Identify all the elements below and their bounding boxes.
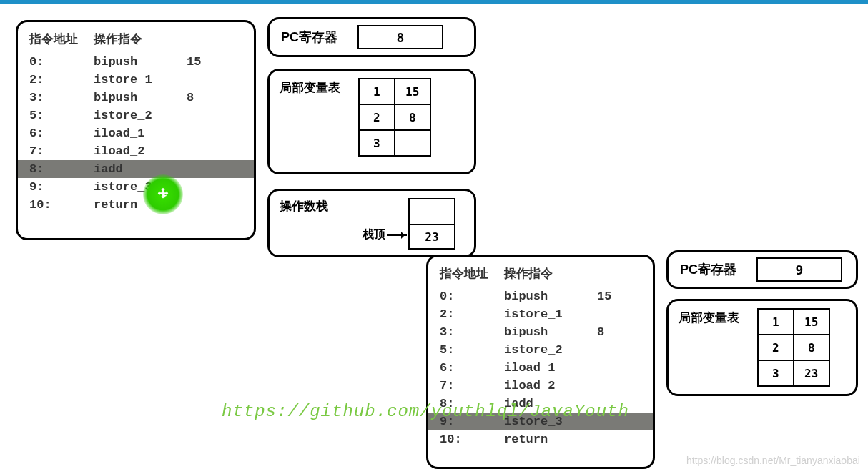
instruction-arg: 8 [187, 89, 215, 107]
local-var-value: 15 [395, 79, 430, 104]
local-vars-panel-1: 局部变量表 115283 [267, 69, 476, 174]
instruction-row: 2:istore_1 [428, 305, 653, 323]
local-var-value: 23 [794, 360, 829, 386]
instruction-op: istore_3 [504, 413, 597, 430]
instruction-row: 5:istore_2 [428, 341, 653, 359]
instruction-arg [597, 430, 626, 448]
instruction-row: 7:iload_2 [18, 142, 254, 160]
operand-stack-box-1: 23 [408, 198, 455, 250]
operand-stack-cell: 23 [410, 224, 454, 248]
instruction-list-panel-1: 指令地址 操作指令 0:bipush152:istore_13:bipush85… [16, 20, 256, 240]
instruction-addr: 2: [29, 71, 94, 89]
instruction-op: bipush [94, 89, 187, 107]
instruction-addr: 3: [29, 89, 94, 107]
pc-register-label: PC寄存器 [281, 29, 337, 46]
instruction-arg: 15 [597, 287, 626, 305]
instruction-addr: 2: [440, 305, 504, 323]
local-var-index: 2 [758, 335, 794, 360]
instruction-arg [187, 107, 215, 124]
move-cursor-icon [155, 187, 171, 202]
local-var-index: 2 [359, 104, 395, 130]
operand-stack-label: 操作数栈 [280, 198, 328, 214]
operand-stack-panel-1: 操作数栈 23 栈顶 [267, 189, 476, 257]
instruction-addr: 7: [29, 142, 94, 160]
local-var-row: 323 [758, 360, 829, 386]
instruction-row: 0:bipush15 [428, 287, 653, 305]
instruction-op: bipush [504, 287, 597, 305]
instruction-op: istore_1 [94, 71, 187, 89]
instruction-op: iload_1 [504, 359, 597, 377]
instruction-row: 10:return [18, 196, 254, 214]
instruction-arg [187, 178, 215, 196]
instruction-list-headers: 指令地址 操作指令 [428, 265, 653, 287]
local-var-row: 28 [758, 335, 829, 360]
instruction-arg [597, 413, 626, 430]
instruction-addr: 0: [29, 53, 94, 71]
instruction-op: return [504, 430, 597, 448]
cursor-highlight-icon [143, 174, 183, 214]
instruction-row: 5:istore_2 [18, 107, 254, 124]
instruction-row: 2:istore_1 [18, 71, 254, 89]
instruction-arg [187, 196, 215, 214]
instruction-rows-2: 0:bipush152:istore_13:bipush85:istore_26… [428, 287, 653, 448]
instruction-addr: 9: [29, 178, 94, 196]
instruction-arg [187, 160, 215, 178]
instruction-arg [597, 359, 626, 377]
instruction-row: 3:bipush8 [18, 89, 254, 107]
local-vars-label: 局部变量表 [679, 310, 739, 326]
pc-register-panel-2: PC寄存器 9 [666, 250, 858, 289]
local-vars-panel-2: 局部变量表 11528323 [666, 299, 858, 396]
instruction-op: iadd [504, 395, 597, 413]
pc-register-value: 8 [357, 25, 443, 49]
stack-top-pointer-1: 栈顶 [363, 227, 407, 242]
operand-stack-cell [410, 199, 454, 224]
instruction-arg [597, 305, 626, 323]
local-var-row: 3 [359, 130, 430, 156]
instruction-addr: 5: [29, 107, 94, 124]
stack-top-label: 栈顶 [363, 227, 385, 242]
local-var-value: 15 [794, 309, 829, 335]
instruction-list-panel-2: 指令地址 操作指令 0:bipush152:istore_13:bipush85… [426, 255, 655, 469]
instruction-op: bipush [504, 323, 597, 341]
col-header-address: 指令地址 [440, 265, 504, 282]
instruction-addr: 8: [440, 395, 504, 413]
local-var-row: 28 [359, 104, 430, 130]
instruction-rows-1: 0:bipush152:istore_13:bipush85:istore_26… [18, 53, 254, 214]
local-var-value [395, 130, 430, 156]
instruction-arg: 8 [597, 323, 626, 341]
instruction-row: 9:istore_3 [428, 413, 653, 430]
local-var-row: 115 [359, 79, 430, 104]
instruction-addr: 10: [29, 196, 94, 214]
instruction-row: 9:istore_3 [18, 178, 254, 196]
instruction-addr: 5: [440, 341, 504, 359]
local-vars-table-2: 11528323 [757, 308, 830, 387]
instruction-op: istore_2 [94, 107, 187, 124]
local-var-index: 1 [758, 309, 794, 335]
watermark-csdn: https://blog.csdn.net/Mr_tianyanxiaobai [686, 455, 860, 466]
instruction-arg [187, 142, 215, 160]
instruction-row: 8:iadd [428, 395, 653, 413]
instruction-row: 6:iload_1 [428, 359, 653, 377]
instruction-arg: 15 [187, 53, 215, 71]
instruction-op: istore_1 [504, 305, 597, 323]
instruction-addr: 3: [440, 323, 504, 341]
instruction-row: 8:iadd [18, 160, 254, 178]
instruction-row: 3:bipush8 [428, 323, 653, 341]
instruction-addr: 10: [440, 430, 504, 448]
instruction-row: 7:iload_2 [428, 377, 653, 395]
local-var-value: 8 [395, 104, 430, 130]
instruction-addr: 8: [29, 160, 94, 178]
instruction-op: istore_2 [504, 341, 597, 359]
instruction-arg [187, 71, 215, 89]
instruction-arg [187, 124, 215, 142]
instruction-op: iload_2 [504, 377, 597, 395]
local-vars-table-1: 115283 [358, 78, 431, 157]
instruction-addr: 6: [29, 124, 94, 142]
instruction-op: iadd [94, 160, 187, 178]
instruction-arg [597, 377, 626, 395]
arrow-right-icon [387, 234, 407, 236]
pc-register-value: 9 [756, 257, 842, 282]
local-var-index: 3 [359, 130, 395, 156]
instruction-arg [597, 341, 626, 359]
instruction-op: bipush [94, 53, 187, 71]
